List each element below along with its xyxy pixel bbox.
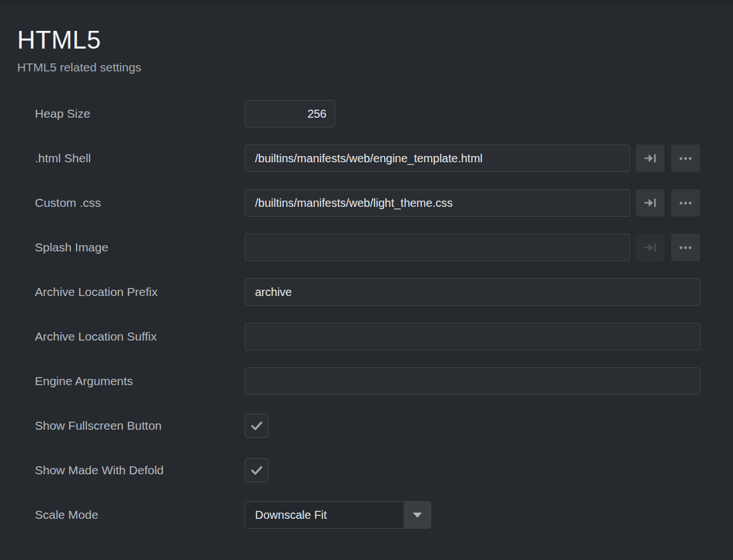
open-custom-css-button[interactable] [636,189,664,217]
show-fullscreen-button-checkbox[interactable] [245,414,269,438]
field-label-show-made-with-defold: Show Made With Defold [0,463,245,477]
browse-splash-image-button[interactable] [671,234,700,261]
page-title: HTML5 [17,27,141,53]
settings-form: Heap Size .html Shell [0,91,733,537]
form-row-splash-image: Splash Image [0,225,733,270]
open-html-shell-button[interactable] [636,145,664,172]
field-label-archive-location-suffix: Archive Location Suffix [0,330,245,343]
page-header: HTML5 HTML5 related settings [17,27,141,74]
heap-size-input[interactable] [245,100,335,127]
archive-location-suffix-input[interactable] [245,323,700,350]
engine-arguments-input[interactable] [245,367,700,395]
checkmark-icon [249,463,264,478]
field-label-scale-mode: Scale Mode [0,508,245,522]
form-row-heap-size: Heap Size [0,91,733,136]
field-label-show-fullscreen-button: Show Fullscreen Button [0,419,245,433]
open-splash-image-button[interactable] [636,234,664,261]
archive-location-prefix-input[interactable] [245,278,700,306]
arrow-right-to-bar-icon [643,240,658,255]
splash-image-input[interactable] [245,234,630,261]
field-label-archive-location-prefix: Archive Location Prefix [0,285,245,299]
field-label-heap-size: Heap Size [0,107,245,121]
form-row-show-made-with-defold: Show Made With Defold [0,448,733,493]
field-label-custom-css: Custom .css [0,196,245,210]
form-row-archive-location-suffix: Archive Location Suffix [0,314,733,359]
show-made-with-defold-checkbox[interactable] [245,458,269,482]
ellipsis-icon [678,195,693,210]
checkmark-icon [249,418,264,433]
custom-css-input[interactable] [245,189,630,217]
arrow-right-to-bar-icon [643,195,658,210]
browse-custom-css-button[interactable] [671,189,700,217]
form-row-html-shell: .html Shell [0,136,733,181]
ellipsis-icon [678,151,693,166]
field-label-html-shell: .html Shell [0,151,245,165]
top-edge-divider [0,0,733,5]
field-label-splash-image: Splash Image [0,241,245,254]
form-row-archive-location-prefix: Archive Location Prefix [0,270,733,314]
field-label-engine-arguments: Engine Arguments [0,374,245,388]
chevron-down-icon [404,502,431,528]
ellipsis-icon [678,240,693,255]
scale-mode-selected-value: Downscale Fit [245,509,327,522]
form-row-scale-mode: Scale Mode Downscale Fit [0,493,733,537]
arrow-right-to-bar-icon [643,151,658,166]
scale-mode-dropdown[interactable]: Downscale Fit [245,501,431,529]
form-row-show-fullscreen-button: Show Fullscreen Button [0,403,733,448]
form-row-custom-css: Custom .css [0,181,733,225]
browse-html-shell-button[interactable] [671,145,700,172]
html5-settings-page: HTML5 HTML5 related settings Heap Size .… [0,0,733,560]
page-subtitle: HTML5 related settings [17,61,141,74]
form-row-engine-arguments: Engine Arguments [0,359,733,403]
html-shell-input[interactable] [245,145,630,172]
